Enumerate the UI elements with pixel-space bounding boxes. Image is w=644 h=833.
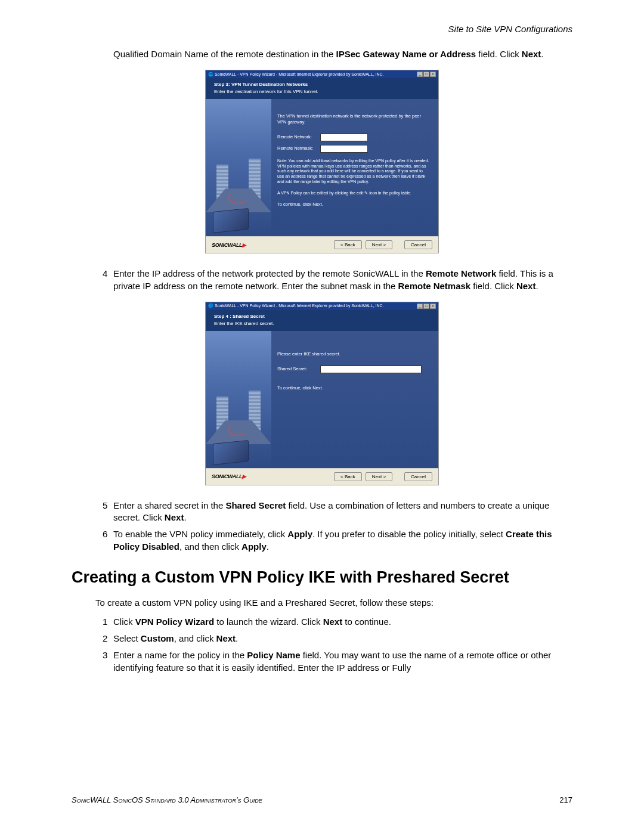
description: The VPN tunnel destination network is th… — [277, 113, 430, 125]
step-title: Step 4 : Shared Secret — [214, 314, 430, 319]
wizard-body: The VPN tunnel destination network is th… — [206, 99, 438, 236]
wizard-illustration — [206, 99, 271, 236]
bold-text: Apply — [287, 529, 312, 539]
bold-text: IPSec Gateway Name or Address — [336, 49, 476, 59]
text: Qualified Domain Name of the remote dest… — [113, 49, 336, 59]
page-footer: SonicWALL SonicOS Standard 3.0 Administr… — [72, 795, 572, 804]
window-title-text: SonicWALL - VPN Policy Wizard - Microsof… — [215, 72, 384, 76]
text: . — [535, 281, 538, 291]
bold-text: Remote Netmask — [398, 281, 470, 291]
cancel-button[interactable]: Cancel — [404, 240, 432, 249]
wizard-body: Please enter IKE shared secret. Shared S… — [206, 331, 438, 468]
step-number: 1 — [103, 616, 107, 628]
wizard-footer: SONICWALL▶ < Back Next > Cancel — [206, 468, 438, 485]
custom-step-2: 2 Select Custom, and click Next. — [113, 633, 572, 645]
bold-text: VPN Policy Wizard — [135, 617, 214, 627]
text: . — [184, 512, 186, 522]
cancel-button[interactable]: Cancel — [404, 472, 432, 481]
description: Please enter IKE shared secret. — [277, 351, 430, 357]
step-number: 5 — [103, 500, 107, 512]
section-heading: Creating a Custom VPN Policy IKE with Pr… — [72, 568, 572, 587]
text: Enter a shared secret in the — [113, 500, 225, 510]
maximize-button[interactable]: □ — [423, 304, 429, 309]
text: , and click — [174, 633, 216, 643]
remote-network-label: Remote Network: — [277, 134, 320, 140]
custom-step-3: 3 Enter a name for the policy in the Pol… — [113, 649, 572, 674]
window-title-text: SonicWALL - VPN Policy Wizard - Microsof… — [215, 304, 384, 308]
window-titlebar: 🌐 SonicWALL - VPN Policy Wizard - Micros… — [206, 302, 438, 310]
wizard-footer: SONICWALL▶ < Back Next > Cancel — [206, 236, 438, 253]
text: to continue. — [342, 617, 391, 627]
step-subtitle: Enter the destination network for this V… — [214, 89, 430, 94]
bold-text: Next — [516, 281, 536, 291]
text: To enable the VPN policy immediately, cl… — [113, 529, 287, 539]
text: , and then click — [179, 541, 242, 552]
remote-network-input[interactable] — [320, 134, 368, 141]
minimize-button[interactable]: _ — [417, 72, 423, 77]
step-5: 5 Enter a shared secret in the Shared Se… — [113, 500, 572, 524]
bold-text: Next — [522, 49, 541, 59]
step-number: 3 — [103, 649, 107, 661]
remote-netmask-input[interactable] — [320, 145, 368, 153]
text: Enter a name for the policy in the — [113, 650, 247, 660]
step-subtitle: Enter the IKE shared secret. — [214, 321, 430, 326]
window-titlebar: 🌐 SonicWALL - VPN Policy Wizard - Micros… — [206, 70, 438, 78]
intro-paragraph: Qualified Domain Name of the remote dest… — [113, 48, 572, 60]
bold-text: Next — [165, 512, 184, 522]
bold-text: Shared Secret — [225, 500, 286, 510]
text: . — [236, 633, 238, 643]
next-button[interactable]: Next > — [366, 472, 392, 481]
sonicwall-logo: SONICWALL▶ — [212, 242, 246, 248]
step-number: 2 — [103, 633, 107, 645]
note-text: Note: You can add additional networks by… — [277, 159, 430, 185]
text: field. Click — [476, 49, 522, 59]
minimize-button[interactable]: _ — [417, 304, 423, 309]
footer-text: SonicWALL SonicOS Standard 3.0 Administr… — [72, 795, 262, 804]
text: . — [541, 49, 543, 59]
step-4: 4 Enter the IP address of the network pr… — [113, 268, 572, 292]
custom-step-1: 1 Click VPN Policy Wizard to launch the … — [113, 616, 572, 628]
page-number: 217 — [559, 795, 572, 804]
section-intro: To create a custom VPN policy using IKE … — [95, 597, 572, 608]
text: Select — [113, 633, 141, 643]
close-button[interactable]: × — [430, 72, 436, 77]
back-button[interactable]: < Back — [334, 240, 362, 249]
continue-text: To continue, click Next. — [277, 385, 430, 391]
wizard-header: Step 3: VPN Tunnel Destination Networks … — [206, 78, 438, 99]
shared-secret-input[interactable] — [320, 366, 422, 373]
shared-secret-label: Shared Secret: — [277, 366, 320, 372]
wizard-screenshot-step4: 🌐 SonicWALL - VPN Policy Wizard - Micros… — [205, 302, 439, 485]
bold-text: Policy Name — [247, 650, 300, 660]
text: to launch the wizard. Click — [214, 617, 323, 627]
page-header: Site to Site VPN Configurations — [72, 24, 572, 34]
bold-text: Next — [323, 617, 343, 627]
step-title: Step 3: VPN Tunnel Destination Networks — [214, 82, 430, 87]
maximize-button[interactable]: □ — [423, 72, 429, 77]
ie-icon: 🌐 — [208, 304, 213, 308]
wizard-header: Step 4 : Shared Secret Enter the IKE sha… — [206, 310, 438, 331]
remote-netmask-label: Remote Netmask: — [277, 145, 320, 151]
next-button[interactable]: Next > — [366, 240, 392, 249]
sonicwall-logo: SONICWALL▶ — [212, 473, 246, 479]
text: . — [267, 541, 269, 552]
bold-text: Apply — [242, 541, 267, 552]
step-number: 6 — [103, 528, 107, 540]
text: Click — [113, 617, 135, 627]
close-button[interactable]: × — [430, 304, 436, 309]
ie-icon: 🌐 — [208, 72, 213, 76]
bold-text: Remote Network — [426, 268, 496, 278]
text: field. Click — [470, 281, 516, 291]
step-6: 6 To enable the VPN policy immediately, … — [113, 528, 572, 553]
wizard-screenshot-step3: 🌐 SonicWALL - VPN Policy Wizard - Micros… — [205, 70, 439, 253]
note-text-2: A VPN Policy can be edited by clicking t… — [277, 191, 430, 196]
step-number: 4 — [103, 268, 107, 280]
back-button[interactable]: < Back — [334, 472, 362, 481]
bold-text: Next — [216, 633, 236, 643]
wizard-illustration — [206, 331, 271, 468]
continue-text: To continue, click Next. — [277, 202, 430, 208]
bold-text: Custom — [141, 633, 174, 643]
text: Enter the IP address of the network prot… — [113, 268, 426, 278]
text: . If you prefer to disable the policy in… — [312, 529, 506, 539]
